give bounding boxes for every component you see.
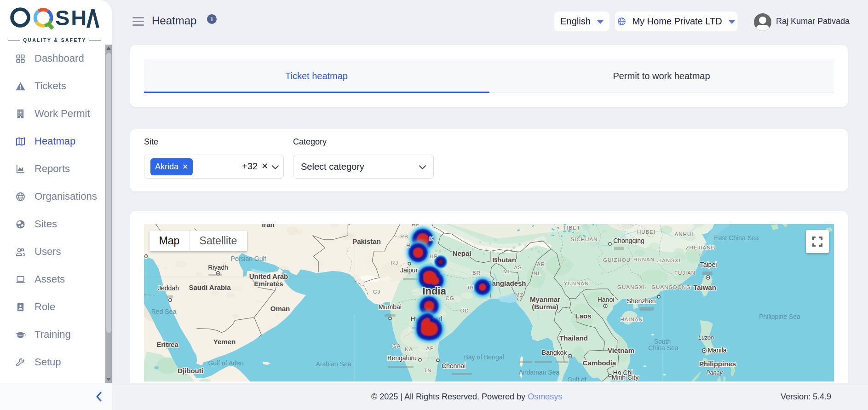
- svg-text:Persian Gulf: Persian Gulf: [230, 255, 266, 262]
- svg-text:China Sea: China Sea: [648, 344, 678, 352]
- svg-text:Taipei: Taipei: [700, 261, 717, 268]
- svg-text:Riyadh: Riyadh: [208, 264, 228, 271]
- svg-text:Chongqing: Chongqing: [613, 237, 644, 244]
- svg-text:UP: UP: [430, 254, 438, 259]
- svg-text:Minh City: Minh City: [612, 374, 638, 381]
- svg-text:Myanmar: Myanmar: [530, 295, 560, 303]
- svg-text:Manila: Manila: [707, 346, 726, 354]
- svg-text:BR: BR: [472, 270, 481, 276]
- svg-text:HAINAN: HAINAN: [620, 317, 643, 322]
- svg-text:Jo: Jo: [144, 252, 148, 260]
- svg-text:Cambodia: Cambodia: [583, 359, 616, 367]
- svg-text:Arabian Sea: Arabian Sea: [316, 360, 351, 368]
- svg-text:AP: AP: [426, 346, 434, 351]
- svg-text:Taiwan: Taiwan: [693, 283, 716, 291]
- svg-text:ZHEJIANG: ZHEJIANG: [686, 245, 716, 250]
- svg-text:K: K: [430, 236, 434, 242]
- svg-text:Bangkok: Bangkok: [542, 349, 567, 356]
- svg-text:Nepal: Nepal: [453, 249, 471, 257]
- svg-text:Gulf of Aden: Gulf of Aden: [208, 359, 243, 367]
- svg-text:PB: PB: [400, 234, 408, 239]
- svg-text:SH: SH: [55, 6, 88, 30]
- svg-text:H: H: [406, 243, 410, 248]
- svg-text:GUANGXI: GUANGXI: [617, 284, 645, 290]
- svg-text:Jeddah: Jeddah: [158, 284, 179, 292]
- svg-text:CG: CG: [445, 295, 454, 301]
- svg-text:East China Sea: East China Sea: [714, 234, 759, 242]
- svg-text:HP: HP: [412, 224, 420, 227]
- svg-text:Saudi Arabia: Saudi Arabia: [189, 283, 231, 291]
- svg-text:(Burma): (Burma): [532, 303, 558, 311]
- svg-text:India: India: [422, 285, 446, 297]
- svg-text:RJ: RJ: [391, 260, 398, 266]
- svg-text:Andaman Sea: Andaman Sea: [519, 369, 560, 376]
- svg-text:Bhutan: Bhutan: [492, 256, 516, 264]
- svg-text:Eritrea: Eritrea: [156, 341, 178, 348]
- svg-text:FUJIAN: FUJIAN: [674, 270, 696, 276]
- svg-text:Vietnam: Vietnam: [608, 346, 634, 354]
- svg-text:TIBET: TIBET: [563, 225, 581, 231]
- svg-text:Bay of Bengal: Bay of Bengal: [464, 353, 504, 361]
- svg-text:Jaipur: Jaipur: [400, 266, 418, 274]
- svg-text:Emirates: Emirates: [254, 280, 283, 288]
- svg-text:SICHUAN: SICHUAN: [571, 237, 598, 242]
- svg-text:Chennai: Chennai: [442, 362, 466, 370]
- svg-text:Red Sea: Red Sea: [151, 308, 177, 315]
- svg-text:MZ: MZ: [515, 292, 524, 298]
- svg-text:OD: OD: [460, 308, 469, 313]
- svg-text:JH: JH: [466, 285, 474, 290]
- svg-text:Mumbai: Mumbai: [379, 303, 402, 311]
- svg-text:AS: AS: [514, 265, 522, 270]
- svg-text:YUNNAN: YUNNAN: [564, 281, 589, 286]
- svg-text:GA: GA: [392, 343, 401, 349]
- svg-text:Bengaluru: Bengaluru: [387, 354, 417, 362]
- svg-text:Djibouti: Djibouti: [178, 367, 203, 375]
- svg-text:Philippine Sea: Philippine Sea: [759, 313, 800, 320]
- svg-text:Panay: Panay: [706, 370, 723, 376]
- svg-text:Iran: Iran: [262, 224, 275, 228]
- svg-text:HUBEI: HUBEI: [637, 229, 655, 235]
- svg-text:Luzon: Luzon: [698, 335, 714, 341]
- svg-text:Shenzhen: Shenzhen: [627, 297, 655, 305]
- svg-text:ML: ML: [503, 269, 512, 274]
- svg-text:Yemen: Yemen: [213, 338, 236, 346]
- svg-text:NL: NL: [534, 271, 541, 276]
- svg-text:ANHUI: ANHUI: [675, 231, 694, 237]
- svg-text:JIANGXI: JIANGXI: [657, 258, 681, 263]
- svg-text:Laos: Laos: [575, 312, 591, 320]
- svg-text:Hanoi: Hanoi: [598, 296, 615, 303]
- svg-text:GUIZHOU: GUIZHOU: [603, 257, 631, 263]
- svg-text:GJ: GJ: [373, 289, 381, 295]
- svg-text:KA: KA: [405, 346, 413, 352]
- svg-text:TN: TN: [424, 368, 431, 373]
- svg-text:HUNAN: HUNAN: [633, 257, 655, 262]
- svg-text:Pakistan: Pakistan: [352, 237, 381, 245]
- svg-text:AR: AR: [537, 261, 545, 267]
- svg-text:Gulf of: Gulf of: [567, 376, 586, 381]
- svg-text:Oman: Oman: [270, 305, 290, 312]
- svg-text:Philippines: Philippines: [699, 360, 736, 368]
- svg-text:GUANGDONG: GUANGDONG: [651, 284, 691, 290]
- svg-text:United Arab: United Arab: [249, 272, 288, 280]
- svg-text:Thailand: Thailand: [559, 334, 588, 342]
